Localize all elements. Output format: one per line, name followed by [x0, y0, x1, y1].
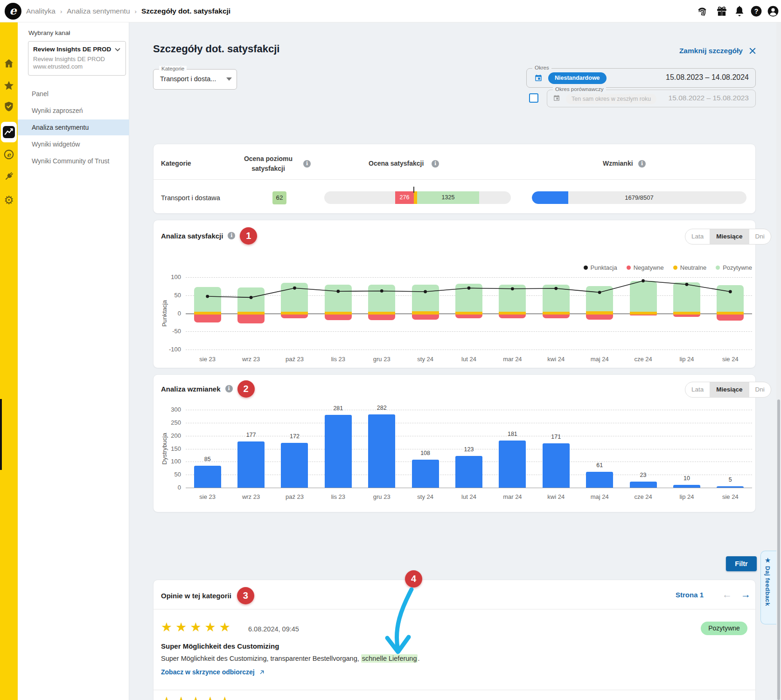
x-tick-label: sie 24	[710, 493, 750, 500]
x-tick-label: mar 24	[492, 356, 532, 363]
y-tick-label: 300	[162, 406, 181, 413]
next-page-arrow[interactable]: →	[741, 589, 751, 600]
open-in-inbox-link[interactable]: Zobacz w skrzynce odbiorczej	[161, 668, 265, 676]
y-tick-label: 0	[162, 484, 181, 491]
score-point	[250, 296, 253, 299]
x-tick-label: maj 24	[579, 493, 620, 500]
toggle-option-miesiące[interactable]: Miesiące	[710, 229, 748, 244]
page-title: Szczegóły dot. satysfakcji	[153, 43, 279, 55]
mentions-bar	[673, 485, 700, 488]
bar-value-label: 171	[536, 434, 576, 440]
info-icon[interactable]: i	[228, 232, 235, 239]
info-icon[interactable]: i	[432, 159, 439, 168]
score-point	[206, 295, 209, 298]
compare-period-checkbox[interactable]	[529, 93, 538, 103]
sidebar-item-5[interactable]: Wyniki Community of Trust	[18, 153, 129, 169]
fingerprint-icon[interactable]	[696, 5, 708, 17]
period-field[interactable]: Okres Niestandardowe 15.08.2023 – 14.08.…	[526, 68, 756, 88]
mentions-bar	[543, 443, 570, 488]
mentions-chart-title: Analiza wzmianek	[161, 385, 221, 393]
shield-check-icon[interactable]	[3, 101, 14, 112]
gift-icon[interactable]	[716, 5, 728, 17]
scrollbar-thumb[interactable]	[777, 399, 780, 700]
rail-active-item	[1, 122, 17, 142]
settings-gear-icon[interactable]: ⚙	[3, 195, 14, 206]
x-tick-label: sie 24	[710, 356, 750, 363]
x-tick-label: wrz 23	[231, 356, 271, 363]
home-icon[interactable]	[3, 58, 14, 69]
y-tick-label: 200	[162, 432, 181, 439]
x-tick-label: lis 23	[318, 356, 358, 363]
category-select-label: Kategorie	[159, 66, 187, 71]
category-select[interactable]: Kategorie Transport i dosta...	[153, 69, 237, 90]
bar-value-label: 23	[623, 472, 663, 478]
score-point	[598, 291, 601, 294]
etrusted-logo-icon[interactable]: e	[5, 3, 21, 20]
sidebar-item-3[interactable]: Analiza sentymentu	[18, 119, 129, 135]
period-label: Okres	[532, 65, 551, 70]
filter-button[interactable]: Filtr	[726, 556, 757, 571]
x-tick-label: cze 24	[623, 493, 663, 500]
account-icon[interactable]	[767, 5, 779, 17]
app-rail: e ⚙	[0, 22, 18, 700]
star-icon[interactable]	[3, 80, 14, 91]
x-tick-label: maj 24	[579, 356, 620, 363]
toggle-option-dni[interactable]: Dni	[749, 382, 771, 397]
channel-subtitle: Review Insights DE PRODwww.etrusted.com	[33, 56, 119, 70]
svg-text:?: ?	[754, 7, 759, 15]
toggle-option-lata[interactable]: Lata	[685, 382, 710, 397]
sidebar-item-2[interactable]: Wyniki zaproszeń	[18, 103, 129, 119]
analytics-icon[interactable]	[3, 126, 15, 138]
bar-value-label: 181	[492, 431, 532, 437]
x-tick-label: gru 23	[362, 493, 402, 500]
prev-page-arrow[interactable]: ←	[722, 589, 732, 600]
toggle-option-dni[interactable]: Dni	[749, 229, 771, 244]
close-details-button[interactable]: Zamknij szczegóły	[657, 47, 757, 55]
notifications-bell-icon[interactable]	[733, 5, 746, 17]
breadcrumb-item[interactable]: Analityka	[26, 7, 56, 15]
bar-value-label: 5	[710, 476, 750, 483]
mentions-bar	[412, 460, 439, 488]
review-stars: ★★★★★	[161, 620, 234, 635]
help-icon[interactable]: ?	[750, 5, 762, 17]
close-icon[interactable]	[748, 47, 757, 55]
category-select-value: Transport i dosta...	[160, 75, 216, 83]
sidebar-menu: PanelWyniki zaproszeńAnaliza sentymentuW…	[18, 85, 129, 170]
info-icon[interactable]: i	[225, 385, 233, 392]
period-preset-badge[interactable]: Niestandardowe	[548, 72, 607, 84]
compare-period-label: Okres porównawczy	[553, 86, 606, 92]
y-tick-label: 150	[162, 445, 181, 452]
section-divider	[153, 609, 755, 609]
mentions-bar: 1679/8507	[532, 191, 746, 204]
x-tick-label: lut 24	[449, 493, 489, 500]
satisfaction-plot: 100500-50-100sie 23wrz 23paź 23lis 23gru…	[186, 277, 752, 350]
bar-value-label: 177	[231, 432, 271, 438]
sidebar-item-4[interactable]: Wyniki widgetów	[18, 136, 129, 152]
etrusted-e-icon[interactable]: e	[3, 149, 14, 160]
y-tick-label: 100	[162, 273, 181, 280]
chevron-down-icon	[113, 45, 122, 54]
compare-period-placeholder: Ten sam okres w zeszłym roku	[566, 94, 656, 104]
channel-name: Review Insights DE PROD	[33, 46, 112, 53]
compare-period-field[interactable]: Okres porównawczy Ten sam okres w zeszły…	[547, 90, 756, 107]
x-tick-label: gru 23	[362, 356, 402, 363]
satisfaction-score-badge: 62	[272, 191, 286, 204]
integrations-plug-icon[interactable]	[3, 171, 14, 182]
score-point	[511, 287, 514, 290]
y-tick-label: 50	[162, 292, 181, 299]
info-icon[interactable]: i	[303, 159, 311, 168]
mentions-bar	[455, 456, 482, 488]
x-tick-label: kwi 24	[536, 356, 576, 363]
channel-selector[interactable]: Review Insights DE PROD Review Insights …	[28, 41, 126, 76]
annotation-badge-4: 4	[405, 570, 422, 588]
interval-toggle: LataMiesiąceDni	[685, 382, 771, 398]
calendar-icon	[553, 94, 560, 102]
breadcrumb-item[interactable]: Analiza sentymentu	[67, 7, 130, 15]
info-icon[interactable]: i	[638, 159, 646, 168]
sidebar-item-1[interactable]: Panel	[18, 86, 129, 102]
sentiment-badge: Pozytywne	[701, 622, 747, 635]
toggle-option-miesiące[interactable]: Miesiące	[710, 382, 748, 397]
toggle-option-lata[interactable]: Lata	[685, 229, 710, 244]
period-range-value: 15.08.2023 – 14.08.2024	[666, 73, 749, 82]
feedback-tab[interactable]: ★ Daj feedback	[760, 551, 776, 624]
